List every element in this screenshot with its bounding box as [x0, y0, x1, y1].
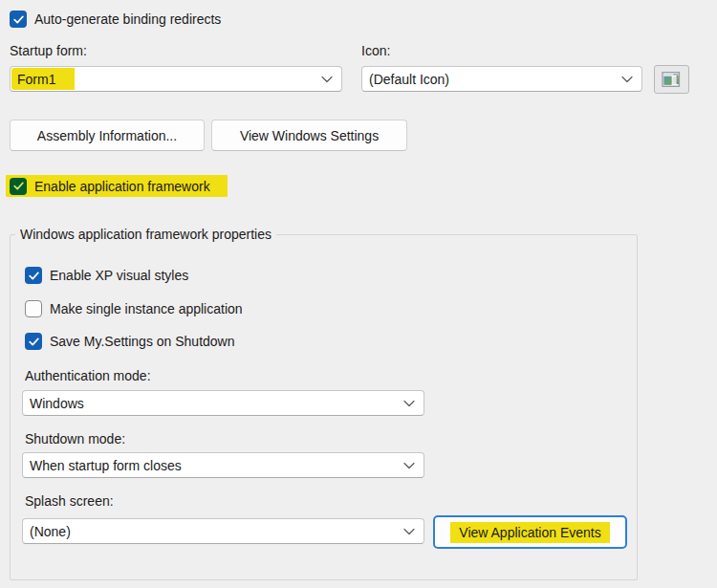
enable-xp-visual-styles-label: Enable XP visual styles — [50, 268, 188, 283]
checkbox-save-my-settings[interactable] — [25, 333, 42, 350]
checkmark-icon — [29, 272, 39, 280]
enable-application-framework-row: Enable application framework — [6, 175, 228, 197]
enable-xp-visual-styles-row: Enable XP visual styles — [25, 267, 188, 284]
chevron-down-icon — [403, 528, 415, 534]
view-application-events-button[interactable]: View Application Events — [433, 515, 627, 549]
shutdown-mode-value: When startup form closes — [23, 458, 424, 473]
auto-generate-binding-redirects-row: Auto-generate binding redirects — [10, 11, 221, 28]
chevron-down-icon — [321, 76, 333, 82]
project-properties-pane: Auto-generate binding redirects Startup … — [0, 0, 717, 588]
shutdown-mode-label: Shutdown mode: — [25, 431, 125, 446]
chevron-down-icon — [403, 400, 415, 406]
checkbox-make-single-instance[interactable] — [25, 300, 42, 317]
checkmark-icon — [13, 15, 24, 24]
checkmark-icon — [13, 182, 24, 190]
view-application-events-label: View Application Events — [450, 522, 609, 543]
checkbox-auto-generate-binding-redirects[interactable] — [10, 11, 27, 28]
splash-screen-value: (None) — [23, 524, 424, 539]
assembly-information-button[interactable]: Assembly Information... — [10, 120, 205, 151]
icon-label: Icon: — [361, 43, 390, 58]
checkbox-enable-xp-visual-styles[interactable] — [25, 267, 42, 284]
authentication-mode-value: Windows — [23, 396, 424, 411]
chevron-down-icon — [403, 462, 415, 468]
icon-preview-button[interactable] — [654, 65, 689, 94]
authentication-mode-combobox[interactable]: Windows — [22, 390, 424, 416]
startup-form-combobox[interactable]: Form1 — [10, 66, 342, 92]
shutdown-mode-combobox[interactable]: When startup form closes — [22, 452, 424, 478]
make-single-instance-label: Make single instance application — [50, 301, 243, 316]
checkbox-enable-application-framework[interactable] — [10, 178, 27, 195]
startup-form-highlight: Form1 — [11, 68, 75, 90]
view-windows-settings-label: View Windows Settings — [240, 128, 379, 143]
application-window-icon — [662, 71, 683, 88]
authentication-mode-label: Authentication mode: — [25, 368, 151, 383]
startup-form-label: Startup form: — [10, 43, 87, 58]
save-my-settings-label: Save My.Settings on Shutdown — [50, 334, 235, 349]
windows-application-framework-groupbox: Windows application framework properties… — [10, 234, 638, 580]
enable-application-framework-label: Enable application framework — [34, 179, 210, 194]
startup-form-value: Form1 — [17, 72, 55, 87]
save-my-settings-row: Save My.Settings on Shutdown — [25, 333, 235, 350]
auto-generate-binding-redirects-label: Auto-generate binding redirects — [34, 11, 221, 27]
splash-screen-combobox[interactable]: (None) — [22, 518, 424, 544]
make-single-instance-row: Make single instance application — [25, 300, 243, 317]
checkmark-icon — [29, 338, 39, 346]
view-windows-settings-button[interactable]: View Windows Settings — [211, 120, 407, 151]
icon-value: (Default Icon) — [362, 72, 641, 87]
icon-combobox[interactable]: (Default Icon) — [361, 66, 642, 92]
assembly-information-label: Assembly Information... — [37, 128, 177, 143]
chevron-down-icon — [621, 76, 633, 82]
splash-screen-label: Splash screen: — [25, 493, 114, 509]
groupbox-title: Windows application framework properties — [15, 227, 276, 242]
